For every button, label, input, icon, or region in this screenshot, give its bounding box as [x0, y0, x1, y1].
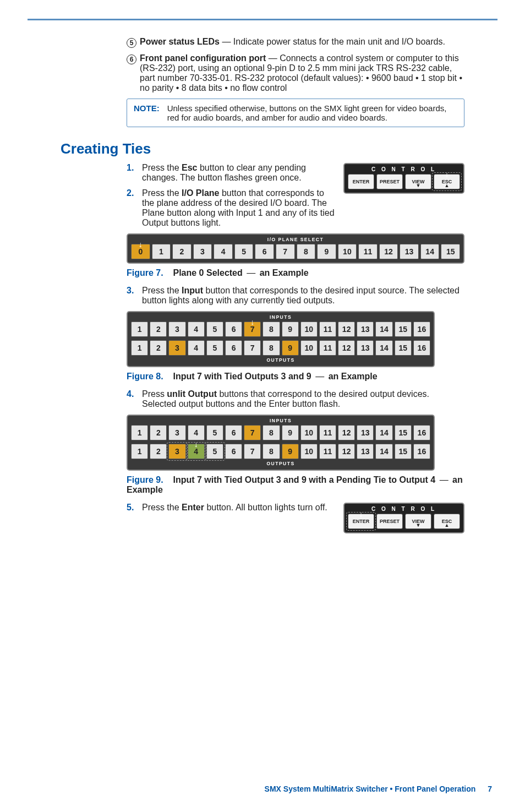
output-button-13[interactable]: 13: [357, 444, 374, 459]
input-button-8[interactable]: 8: [262, 321, 280, 337]
plane-button-4[interactable]: 4: [214, 244, 233, 259]
control-row-bottom: ENTER ↓ PRESET VIEW ▼ ESC ▲: [348, 514, 460, 529]
input-button-9[interactable]: 9: [282, 321, 299, 337]
output-button-12[interactable]: 12: [338, 340, 355, 356]
output-button-12[interactable]: 12: [338, 444, 355, 459]
output-button-5[interactable]: 5: [206, 444, 223, 459]
output-button-4[interactable]: 4: [188, 340, 205, 356]
output-button-3[interactable]: 3: [168, 444, 185, 459]
output-button-14[interactable]: 14: [375, 444, 392, 459]
input-button-6[interactable]: 6: [225, 321, 242, 337]
output-button-11[interactable]: 11: [319, 444, 336, 459]
preset-button[interactable]: PRESET: [376, 174, 403, 189]
input-button-13[interactable]: 13: [357, 321, 374, 337]
output-button-16[interactable]: 16: [413, 444, 430, 459]
item-6-bold: Front panel configuration port: [140, 53, 266, 63]
input-button-6[interactable]: 6: [225, 425, 242, 440]
output-button-10[interactable]: 10: [300, 444, 318, 459]
input-button-10[interactable]: 10: [300, 425, 318, 440]
plane-button-9[interactable]: 9: [317, 244, 336, 259]
output-button-14[interactable]: 14: [375, 340, 392, 356]
output-button-9[interactable]: 9: [282, 444, 299, 459]
plane-button-14[interactable]: 14: [420, 244, 440, 259]
plane-button-7[interactable]: 7: [276, 244, 295, 259]
input-button-16[interactable]: 16: [413, 321, 430, 337]
enter-button-bottom[interactable]: ENTER ↓: [348, 514, 374, 529]
output-button-6[interactable]: 6: [225, 444, 242, 459]
input-button-10[interactable]: 10: [300, 321, 318, 337]
input-button-5[interactable]: 5: [206, 321, 223, 337]
input-button-7[interactable]: 7: [244, 425, 261, 440]
input-button-15[interactable]: 15: [395, 321, 412, 337]
input-button-4[interactable]: 4: [188, 425, 205, 440]
input-button-3[interactable]: 3: [168, 321, 185, 337]
input-button-11[interactable]: 11: [319, 425, 336, 440]
input-button-16[interactable]: 16: [413, 425, 430, 440]
input-button-3[interactable]: 3: [168, 425, 185, 440]
input-button-14[interactable]: 14: [375, 321, 392, 337]
output-button-5[interactable]: 5: [206, 340, 223, 356]
input-button-12[interactable]: 12: [338, 425, 355, 440]
plane-button-2[interactable]: 2: [172, 244, 192, 259]
output-button-1[interactable]: 1: [131, 340, 148, 356]
enter-button[interactable]: ENTER: [348, 174, 374, 189]
input-button-7[interactable]: 7↓: [244, 321, 261, 337]
output-button-13[interactable]: 13: [357, 340, 374, 356]
list-item-5: 5 Power status LEDs — Indicate power sta…: [127, 37, 464, 48]
plane-button-3[interactable]: 3: [193, 244, 212, 259]
input-button-13[interactable]: 13: [357, 425, 374, 440]
output-button-7[interactable]: 7: [244, 444, 261, 459]
output-button-7[interactable]: 7: [244, 340, 261, 356]
plane-button-0[interactable]: 0↓: [131, 244, 150, 259]
output-button-15[interactable]: 15: [395, 340, 412, 356]
outputs-strip-b: 1234↓5678910111213141516 OUTPUTS: [127, 442, 435, 471]
output-button-10[interactable]: 10: [300, 340, 318, 356]
view-button-bottom[interactable]: VIEW ▼: [405, 514, 431, 529]
step-2-body: Press the I/O Plane button that correspo…: [142, 188, 338, 228]
output-button-16[interactable]: 16: [413, 340, 430, 356]
esc-button[interactable]: ESC ▲ ↓: [434, 174, 460, 189]
output-button-15[interactable]: 15: [395, 444, 412, 459]
output-button-11[interactable]: 11: [319, 340, 336, 356]
output-button-3[interactable]: 3: [168, 340, 185, 356]
plane-button-1[interactable]: 1: [152, 244, 171, 259]
input-button-9[interactable]: 9: [282, 425, 299, 440]
output-button-4[interactable]: 4↓: [188, 444, 205, 459]
plane-button-8[interactable]: 8: [297, 244, 316, 259]
input-button-2[interactable]: 2: [150, 321, 167, 337]
view-button[interactable]: VIEW ▼: [405, 174, 431, 189]
input-button-1[interactable]: 1: [131, 321, 148, 337]
inputs-strip-b: INPUTS 12345678910111213141516: [127, 415, 435, 442]
input-button-2[interactable]: 2: [150, 425, 167, 440]
plane-button-15[interactable]: 15: [441, 244, 460, 259]
input-button-12[interactable]: 12: [338, 321, 355, 337]
plane-button-12[interactable]: 12: [379, 244, 398, 259]
output-button-6[interactable]: 6: [225, 340, 242, 356]
item-6-marker: 6: [127, 53, 140, 93]
plane-button-5[interactable]: 5: [234, 244, 254, 259]
input-button-4[interactable]: 4: [188, 321, 205, 337]
input-button-1[interactable]: 1: [131, 425, 148, 440]
chevron-up-icon: ▲: [445, 522, 450, 528]
enter-button-label-bottom: ENTER: [353, 519, 370, 524]
input-button-5[interactable]: 5: [206, 425, 223, 440]
input-button-14[interactable]: 14: [375, 425, 392, 440]
output-button-8[interactable]: 8: [262, 444, 280, 459]
plane-button-10[interactable]: 10: [338, 244, 357, 259]
output-button-8[interactable]: 8: [262, 340, 280, 356]
esc-button-bottom[interactable]: ESC ▲: [434, 514, 460, 529]
outputs-row-a: 12345678910111213141516: [131, 340, 430, 356]
output-button-9[interactable]: 9: [282, 340, 299, 356]
output-button-2[interactable]: 2: [150, 340, 167, 356]
plane-button-11[interactable]: 11: [358, 244, 378, 259]
output-button-2[interactable]: 2: [150, 444, 167, 459]
step-1-bold: Esc: [182, 163, 197, 172]
input-button-11[interactable]: 11: [319, 321, 336, 337]
input-button-8[interactable]: 8: [262, 425, 280, 440]
preset-button-label: PRESET: [380, 179, 400, 184]
plane-button-13[interactable]: 13: [400, 244, 419, 259]
input-button-15[interactable]: 15: [395, 425, 412, 440]
preset-button-bottom[interactable]: PRESET: [376, 514, 403, 529]
plane-button-6[interactable]: 6: [255, 244, 274, 259]
output-button-1[interactable]: 1: [131, 444, 148, 459]
